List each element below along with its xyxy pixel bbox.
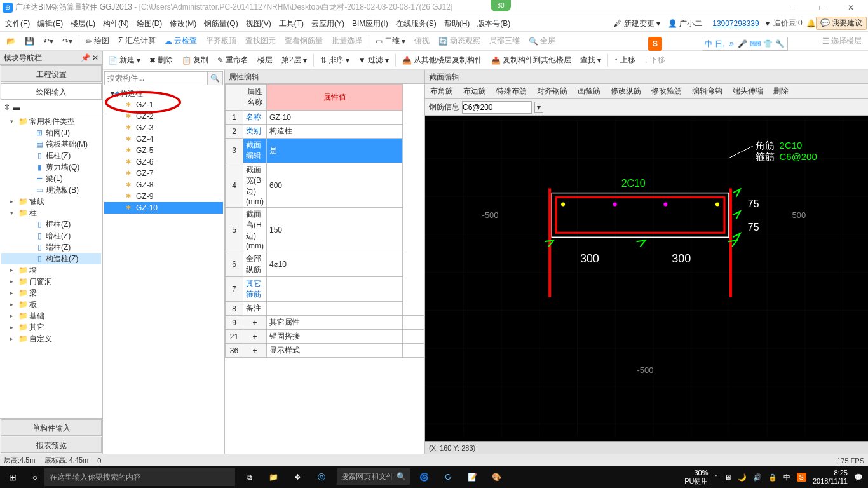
- top-view-button[interactable]: 俯视: [410, 34, 433, 49]
- pin-icon[interactable]: 📌 ✕: [81, 51, 98, 65]
- ime-item[interactable]: ☺: [728, 39, 735, 48]
- tree-node[interactable]: 📁墙: [1, 264, 101, 276]
- new-button[interactable]: 📄 新建 ▾: [104, 53, 144, 68]
- close-button[interactable]: ✕: [836, 0, 865, 15]
- ime-item[interactable]: 日,: [715, 39, 724, 50]
- prop-key[interactable]: 其它箍筋: [243, 277, 267, 302]
- tree-node[interactable]: 📁柱: [1, 207, 101, 219]
- notification-icon[interactable]: 💬: [854, 473, 863, 482]
- cortana-icon[interactable]: ○: [25, 472, 44, 482]
- tree-node[interactable]: 📁常用构件类型: [1, 116, 101, 127]
- rename-button[interactable]: ✎ 重命名: [214, 53, 252, 68]
- suggest-button[interactable]: 💬 我要建议: [816, 17, 867, 30]
- cad-tool[interactable]: 布角筋: [428, 86, 456, 97]
- tray-monitor-icon[interactable]: 🖥: [724, 473, 731, 481]
- tab-report-preview[interactable]: 报表预览: [1, 437, 102, 453]
- cad-tool[interactable]: 画箍筋: [575, 86, 603, 97]
- tree-node[interactable]: 📁梁: [1, 287, 101, 299]
- menu-item[interactable]: 绘图(D): [133, 17, 166, 30]
- tree-leaf[interactable]: ▯暗柱(Z): [1, 230, 101, 241]
- fullscreen-button[interactable]: 🔍 全屏: [525, 34, 559, 49]
- flat-top-button[interactable]: 平齐板顶: [202, 34, 240, 49]
- tree-node[interactable]: 📁基础: [1, 310, 101, 322]
- batch-select-button[interactable]: 批量选择: [328, 34, 366, 49]
- gz-item[interactable]: ✱GZ-5: [104, 145, 223, 156]
- expand-icon[interactable]: ⁜: [4, 103, 10, 112]
- sum-button[interactable]: Σ 汇总计算: [114, 34, 159, 49]
- gz-item[interactable]: ✱GZ-6: [104, 156, 223, 168]
- ime-item[interactable]: ⌨: [750, 39, 761, 48]
- menu-item[interactable]: 钢筋量(Q): [200, 17, 241, 30]
- gz-item[interactable]: ✱GZ-10: [104, 202, 223, 214]
- app-icon-4[interactable]: 📝: [463, 468, 481, 486]
- cad-tool[interactable]: 删除: [771, 86, 791, 97]
- gz-item[interactable]: ✱GZ-4: [104, 133, 223, 145]
- tree-leaf[interactable]: ▯构造柱(Z): [1, 253, 101, 264]
- filter-button[interactable]: ▼ 过滤 ▾: [355, 53, 393, 68]
- tray-lock-icon[interactable]: 🔒: [768, 473, 777, 482]
- gz-item[interactable]: ✱GZ-7: [104, 168, 223, 179]
- prop-key[interactable]: 备注: [243, 302, 267, 316]
- select-layer-button[interactable]: ☰ 选择楼层: [818, 34, 865, 49]
- redo-button[interactable]: ↷▾: [58, 34, 76, 49]
- pu-usage[interactable]: 30%PU使用: [684, 469, 708, 485]
- floor-dropdown[interactable]: 第2层 ▾: [278, 53, 311, 68]
- cloud-check-button[interactable]: ☁ 云检查: [161, 34, 201, 49]
- gz-item[interactable]: ✱GZ-9: [104, 191, 223, 202]
- tree-leaf[interactable]: ▭现浇板(B): [1, 184, 101, 196]
- user-avatar[interactable]: 👤 广小二: [664, 17, 706, 30]
- prop-value[interactable]: 600: [266, 163, 402, 208]
- gz-item[interactable]: ✱GZ-1: [104, 99, 223, 111]
- prop-key[interactable]: 截面宽(B边)(mm): [243, 163, 267, 208]
- cad-tool[interactable]: 特殊布筋: [494, 86, 529, 97]
- prop-value[interactable]: 构造柱: [266, 125, 402, 139]
- prop-value[interactable]: [266, 302, 402, 316]
- search-button[interactable]: 🔍: [208, 71, 223, 85]
- account-link[interactable]: 13907298339: [709, 19, 763, 28]
- menu-item[interactable]: 工具(T): [275, 17, 308, 30]
- maximize-button[interactable]: □: [807, 0, 836, 15]
- prop-key[interactable]: 名称: [243, 111, 267, 125]
- tree-node[interactable]: 📁门窗洞: [1, 276, 101, 287]
- rebar-info-input[interactable]: [462, 101, 532, 114]
- menu-item[interactable]: 构件(N): [99, 17, 133, 30]
- cad-tool[interactable]: 端头伸缩: [730, 86, 766, 97]
- prop-value[interactable]: 4⌀10: [266, 252, 402, 277]
- tray-up-icon[interactable]: ^: [714, 473, 717, 481]
- ime-item[interactable]: 👕: [763, 39, 773, 48]
- undo-button[interactable]: ↶▾: [39, 34, 57, 49]
- cad-tool[interactable]: 修改纵筋: [608, 86, 644, 97]
- ime-item[interactable]: 🔧: [775, 39, 785, 48]
- menu-item[interactable]: 编辑(E): [34, 17, 67, 30]
- app-icon-5[interactable]: 🎨: [487, 468, 505, 486]
- delete-button[interactable]: ✖ 删除: [146, 53, 177, 68]
- menu-item[interactable]: 楼层(L): [67, 17, 99, 30]
- section-canvas[interactable]: -500 500 -500 500 2C10 角筋2C10 箍筋C6@200 7…: [425, 116, 868, 441]
- move-down-button[interactable]: ↓ 下移: [641, 53, 669, 68]
- tree-leaf[interactable]: ▯框柱(Z): [1, 219, 101, 230]
- prop-key[interactable]: 截面高(H边)(mm): [243, 208, 267, 252]
- dynamic-view-button[interactable]: 🔄 动态观察: [435, 34, 484, 49]
- app-icon-3[interactable]: G: [439, 468, 457, 486]
- gz-item[interactable]: ✱GZ-3: [104, 122, 223, 133]
- tray-ime-icon[interactable]: 中: [783, 473, 790, 482]
- prop-value[interactable]: 150: [266, 208, 402, 252]
- minimize-button[interactable]: —: [778, 0, 807, 15]
- search-input[interactable]: [104, 71, 208, 85]
- prop-key[interactable]: 全部纵筋: [243, 252, 267, 277]
- app-icon-1[interactable]: ❖: [288, 468, 306, 486]
- tab-project-settings[interactable]: 工程设置: [1, 65, 102, 82]
- tree-leaf[interactable]: ⊞轴网(J): [1, 127, 101, 139]
- task-view-icon[interactable]: ⧉: [240, 468, 258, 486]
- tab-draw-input[interactable]: 绘图输入: [1, 83, 102, 100]
- edge-icon[interactable]: ⓔ: [313, 468, 330, 486]
- rebar-dropdown-icon[interactable]: ▾: [534, 102, 543, 113]
- ime-item[interactable]: 中: [705, 39, 712, 50]
- ime-toolbar[interactable]: 中日,☺🎤⌨👕🔧: [702, 37, 788, 51]
- tree-leaf[interactable]: ▤筏板基础(M): [1, 139, 101, 150]
- copy-button[interactable]: 📋 复制: [178, 53, 212, 68]
- app-icon-2[interactable]: 🌀: [415, 468, 433, 486]
- tree-node[interactable]: 📁其它: [1, 322, 101, 333]
- folder-icon[interactable]: 📁: [264, 468, 282, 486]
- tree-leaf[interactable]: ▮剪力墙(Q): [1, 161, 101, 173]
